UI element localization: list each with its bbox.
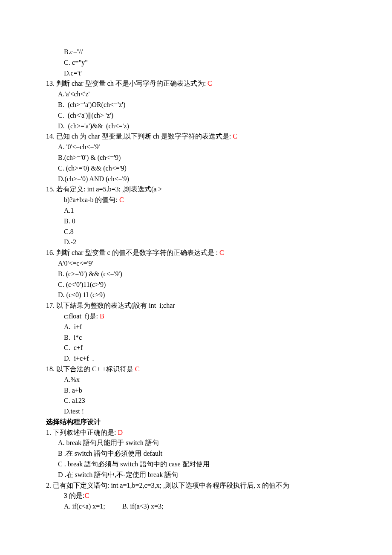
text-line: A. break 語句只能用于 switch 語句 — [46, 438, 341, 448]
line-text: D .在 switch 語句中,不-定使用 break 語句 — [58, 471, 178, 478]
line-text: C . break 語句必须与 switch 語句中的 case 配对使用 — [58, 460, 210, 468]
line-text: D.(ch>='0) AND (ch<='9) — [58, 175, 129, 182]
text-line: B. (c>='0') && (c<='9') — [46, 269, 341, 280]
line-text: A. if(c<a) x=1; B. if(a<3) x=3; — [64, 503, 163, 510]
text-line: D. (ch>='a')&& (ch<='z) — [46, 121, 341, 132]
line-text: A. break 語句只能用于 switch 語句 — [58, 439, 159, 446]
line-text: A. '0'<=ch<='9' — [58, 143, 100, 150]
line-text: 14. 已知 ch 为 char 型变量,以下判断 ch 是数字字符的表迭式是: — [46, 133, 233, 140]
text-line: B. 0 — [46, 216, 341, 227]
answer-letter: D — [118, 429, 123, 436]
text-line: C. (ch<'a')‖(ch> 'z') — [46, 110, 341, 121]
text-line: D.-2 — [46, 237, 341, 248]
line-text: C.8 — [64, 228, 74, 235]
text-line: D. i+c+f . — [46, 353, 341, 364]
line-text: A.'a'<ch<'z' — [58, 90, 89, 98]
line-text: B.c='\\' — [64, 48, 83, 55]
line-text: B. (c>='0') && (c<='9') — [58, 270, 122, 278]
line-text: A. i+f — [64, 323, 82, 330]
line-text: A.1 — [64, 207, 74, 214]
text-line: B. i*c — [46, 332, 341, 343]
text-line: A.'a'<ch<'z' — [46, 89, 341, 100]
answer-letter: C — [135, 365, 140, 373]
text-line: B .在 switch 語句中必須使用 default — [46, 448, 341, 459]
line-text: D. (ch>='a')&& (ch<='z) — [58, 122, 129, 130]
text-line: 选择结构程序设计 — [46, 417, 341, 428]
answer-letter: C — [233, 133, 237, 140]
line-text: D.-2 — [64, 238, 76, 246]
text-line: C. c+f — [46, 343, 341, 353]
text-line: A.1 — [46, 205, 341, 216]
line-text: B .在 switch 語句中必須使用 default — [58, 450, 162, 457]
answer-letter: C — [208, 80, 212, 87]
text-line: A.%x — [46, 375, 341, 385]
line-text: 15. 若有定义: int a=5,b=3; ,則表迭式(a > — [46, 185, 162, 193]
line-text: C. c="y" — [64, 59, 88, 66]
text-line: 17. 以下結果为整数的表达式(設有 int i;char — [46, 301, 341, 311]
text-line: 15. 若有定义: int a=5,b=3; ,則表迭式(a > — [46, 184, 341, 195]
text-line: 2. 已有如下定义语句: int a=1,b=2,c=3,x; ,则以下选项中各… — [46, 480, 341, 491]
line-text: B.(ch>='0') & (ch<='9) — [58, 154, 121, 161]
line-text: D.test ! — [64, 408, 84, 415]
text-line: C. (c<'0')11(c>'9) — [46, 280, 341, 290]
text-line: 14. 已知 ch 为 char 型变量,以下判断 ch 是数字字符的表迭式是:… — [46, 131, 341, 142]
line-text: B. i*c — [64, 334, 82, 341]
text-line: A. '0'<=ch<='9' — [46, 142, 341, 153]
line-text: B. 0 — [64, 217, 75, 225]
line-text: 选择结构程序设计 — [46, 418, 101, 425]
line-text: 17. 以下結果为整数的表达式(設有 int i;char — [46, 302, 175, 309]
line-text: C. (c<'0')11(c>'9) — [58, 281, 106, 288]
text-line: B.(ch>='0') & (ch<='9) — [46, 153, 341, 163]
text-line: C. c="y" — [46, 58, 341, 68]
answer-letter: C — [119, 196, 124, 203]
line-text: C. c+f — [64, 344, 83, 351]
text-line: C.8 — [46, 227, 341, 237]
line-text: B. (ch>='a')OR(ch<='z') — [58, 101, 125, 108]
document-page: B.c='\\'C. c="y"D.c='t'13. 判断 char 型变量 c… — [0, 0, 392, 555]
line-text: D.c='t' — [64, 69, 82, 77]
text-line: b)?a+b:a-b 的值勻: C — [46, 195, 341, 205]
line-text: D. (c<0) 1I (c>9) — [58, 291, 105, 298]
line-text: D. i+c+f . — [64, 355, 94, 362]
text-line: B. a+b — [46, 385, 341, 396]
text-line: D. (c<0) 1I (c>9) — [46, 290, 341, 301]
answer-letter: C — [219, 249, 224, 256]
text-line: B. (ch>='a')OR(ch<='z') — [46, 100, 341, 110]
line-text: c;float f)是: — [64, 312, 100, 320]
text-line: 13. 判断 char 型变量 ch 不是小写字母的正确表达式为: C — [46, 78, 341, 89]
line-text: C. (ch>='0) && (ch<='9) — [58, 165, 127, 172]
line-text: 3 的是: — [64, 492, 84, 499]
line-text: A.%x — [64, 376, 80, 383]
text-line: 1. 下列叙述中正确的是: D — [46, 428, 341, 438]
line-text: C. (ch<'a')‖(ch> 'z') — [58, 112, 113, 119]
text-line: A'0'<=c<='9' — [46, 258, 341, 269]
line-text: 13. 判断 char 型变量 ch 不是小写字母的正确表达式为: — [46, 80, 208, 87]
line-text: 18. 以下合法的 C+ +标识符是 — [46, 365, 135, 373]
text-line: 16. 判断 char 型变量 c 的值不是数字字符的正确表达式是 : C — [46, 248, 341, 258]
answer-letter: B — [100, 312, 104, 320]
line-text: 16. 判断 char 型变量 c 的值不是数字字符的正确表达式是 : — [46, 249, 219, 256]
line-text: C. a123 — [64, 397, 85, 404]
text-line: C. (ch>='0) && (ch<='9) — [46, 163, 341, 174]
line-text: B. a+b — [64, 387, 82, 394]
text-line: 3 的是:C — [46, 491, 341, 501]
text-line: A. i+f — [46, 322, 341, 332]
line-text: 2. 已有如下定义语句: int a=1,b=2,c=3,x; ,则以下选项中各… — [46, 482, 289, 489]
line-text: A'0'<=c<='9' — [58, 260, 93, 267]
text-line: D.(ch>='0) AND (ch<='9) — [46, 174, 341, 185]
text-line: B.c='\\' — [46, 47, 341, 58]
line-text: 1. 下列叙述中正确的是: — [46, 429, 118, 436]
text-line: D .在 switch 語句中,不-定使用 break 語句 — [46, 470, 341, 480]
answer-letter: C — [84, 492, 89, 499]
text-line: c;float f)是: B — [46, 311, 341, 322]
text-line: C . break 語句必须与 switch 語句中的 case 配对使用 — [46, 459, 341, 470]
text-line: A. if(c<a) x=1; B. if(a<3) x=3; — [46, 501, 341, 512]
text-line: D.test ! — [46, 406, 341, 417]
line-text: b)?a+b:a-b 的值勻: — [64, 196, 119, 203]
text-line: 18. 以下合法的 C+ +标识符是 C — [46, 364, 341, 375]
text-line: C. a123 — [46, 396, 341, 406]
text-line: D.c='t' — [46, 68, 341, 79]
